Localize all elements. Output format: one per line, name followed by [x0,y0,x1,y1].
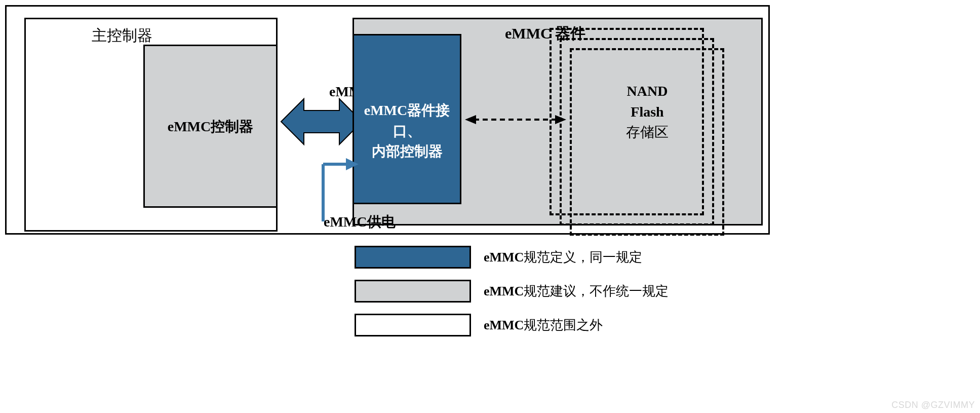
power-arrow-icon [313,153,359,221]
interface-label-line1: eMMC器件接口、 [364,102,450,139]
legend-swatch-white [355,314,471,336]
nand-label: NAND Flash 存储区 [602,81,693,143]
diagram-canvas: 主控制器 eMMC控制器 eMMC总线 eMMC 器件 eMMC器件接口、 内部… [0,0,980,413]
emmc-controller-box: eMMC控制器 [143,45,278,208]
legend-swatch-grey [355,280,471,303]
internal-arrow-icon [465,114,566,126]
interface-controller-box: eMMC器件接口、 内部控制器 [352,34,461,204]
interface-controller-label: eMMC器件接口、 内部控制器 [354,100,460,162]
legend-text-defined: eMMC规范定义，同一规定 [484,248,642,266]
svg-marker-6 [346,158,359,170]
legend-text-suggested-prefix: eMMC [484,284,524,298]
bus-arrow-icon [281,99,362,144]
power-label: eMMC供电 [324,212,396,232]
host-controller-title: 主控制器 [92,25,152,46]
legend-text-suggested-rest: 规范建议，不作统一规定 [524,284,669,298]
nand-label-line1: NAND [627,83,668,99]
watermark: CSDN @GZVIMMY [891,400,975,410]
legend-item-suggested: eMMC规范建议，不作统一规定 [355,280,669,303]
legend-text-outside-rest: 规范范围之外 [524,318,603,332]
interface-label-line2: 内部控制器 [372,143,443,159]
svg-marker-3 [555,115,566,124]
svg-marker-0 [281,99,362,144]
legend-swatch-blue [355,246,471,269]
nand-label-line2: Flash [631,104,663,120]
svg-marker-2 [465,115,476,124]
legend-text-outside: eMMC规范范围之外 [484,316,603,334]
legend-item-outside: eMMC规范范围之外 [355,314,603,336]
legend-text-defined-rest: 规范定义，同一规定 [524,250,642,265]
legend-text-defined-prefix: eMMC [484,250,524,265]
legend-text-suggested: eMMC规范建议，不作统一规定 [484,282,669,300]
legend-item-defined: eMMC规范定义，同一规定 [355,246,642,269]
emmc-controller-label: eMMC控制器 [145,117,276,136]
nand-label-line3: 存储区 [626,124,669,140]
legend-text-outside-prefix: eMMC [484,318,524,332]
